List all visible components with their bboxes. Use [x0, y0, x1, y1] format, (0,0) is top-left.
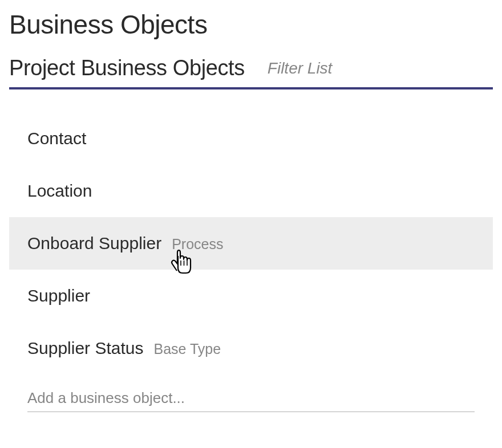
- list-item-onboard-supplier[interactable]: Onboard Supplier Process: [9, 217, 493, 270]
- add-business-object-input[interactable]: [27, 385, 475, 412]
- item-label: Location: [27, 181, 92, 201]
- add-input-container: [9, 374, 493, 412]
- item-label: Onboard Supplier: [27, 234, 161, 253]
- item-label: Supplier: [27, 286, 90, 306]
- business-object-list: Contact Location Onboard Supplier Proces…: [9, 112, 493, 412]
- list-item-supplier[interactable]: Supplier: [9, 270, 493, 322]
- list-item-contact[interactable]: Contact: [9, 112, 493, 165]
- item-subtype: Base Type: [153, 341, 221, 357]
- page-title: Business Objects: [9, 9, 493, 40]
- item-label: Supplier Status: [27, 339, 143, 358]
- list-item-location[interactable]: Location: [9, 165, 493, 217]
- list-item-supplier-status[interactable]: Supplier Status Base Type: [9, 322, 493, 374]
- section-header: Project Business Objects Filter List: [9, 56, 493, 89]
- section-title: Project Business Objects: [9, 56, 245, 80]
- item-label: Contact: [27, 129, 86, 148]
- filter-list-link[interactable]: Filter List: [268, 59, 333, 78]
- item-subtype: Process: [172, 236, 223, 252]
